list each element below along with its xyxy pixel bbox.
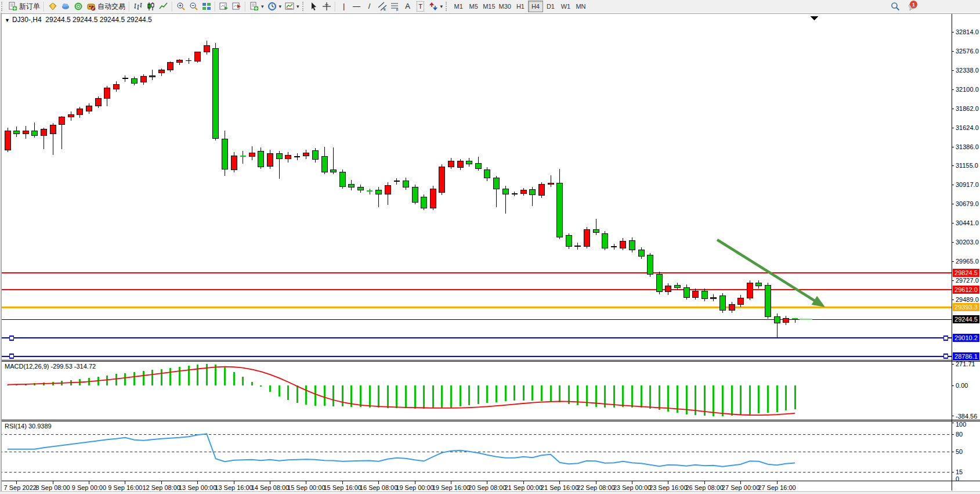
timeframe-button-mn[interactable]: MN: [573, 1, 588, 12]
time-tick-label: 7 Sep 2022: [4, 484, 37, 491]
line-handle[interactable]: [944, 336, 948, 340]
chart-shift-button[interactable]: [230, 1, 243, 12]
time-tick-label: 22 Sep 08:00: [577, 484, 614, 491]
signals-button[interactable]: [72, 1, 85, 12]
new-chart-button[interactable]: ▾: [248, 1, 266, 12]
timeframe-button-m1[interactable]: M1: [451, 1, 466, 12]
market-watch-button[interactable]: [46, 1, 59, 12]
horizontal-line-tool-button[interactable]: —: [350, 1, 363, 12]
label-icon: T: [417, 1, 424, 12]
candle-body: [656, 274, 662, 292]
price-tick-label: 30917.0: [956, 181, 979, 188]
period-button[interactable]: ▾: [266, 1, 284, 12]
rsi-tick-label: 100: [956, 421, 966, 428]
timeframe-button-w1[interactable]: W1: [558, 1, 573, 12]
bar-chart-button[interactable]: [132, 1, 144, 12]
crosshair-tool-button[interactable]: [320, 1, 333, 12]
candle-body: [5, 131, 10, 150]
community-icon: [61, 2, 70, 11]
time-tick-label: 20 Sep 08:00: [468, 484, 506, 491]
timeframe-button-m30[interactable]: M30: [497, 1, 513, 12]
main-toolbar: 新订单 自动交易 ▾ ▾ ▾ | — / A T ▾ M1M5M15M30H1H…: [0, 0, 980, 13]
tile-windows-button[interactable]: [200, 1, 213, 12]
auto-scroll-button[interactable]: [218, 1, 230, 12]
time-tick-label: 23 Sep 00:00: [613, 484, 651, 491]
price-tick-label: 29727.0: [956, 277, 979, 284]
community-button[interactable]: [59, 1, 72, 12]
candle-body: [593, 229, 599, 233]
vline-icon: |: [343, 2, 345, 11]
text-tool-button[interactable]: A: [402, 1, 414, 12]
trendline-tool-button[interactable]: /: [363, 1, 376, 12]
timeframe-button-d1[interactable]: D1: [543, 1, 558, 12]
candle-body: [738, 298, 744, 305]
candle-body: [412, 187, 418, 202]
channel-tool-button[interactable]: [376, 1, 389, 12]
time-tick-label: 19 Sep 16:00: [432, 484, 470, 491]
chart-window[interactable]: 32814.032576.032338.032100.031862.031624…: [0, 13, 980, 494]
cursor-tool-button[interactable]: [308, 1, 320, 12]
vertical-line-tool-button[interactable]: |: [338, 1, 350, 12]
arrows-tool-button[interactable]: ▾: [427, 1, 445, 12]
candle-body: [584, 229, 590, 246]
price-tick-label: 32338.0: [956, 67, 979, 74]
price-tag-label: 29244.5: [954, 316, 978, 323]
candle-body: [729, 305, 735, 311]
candle-body: [95, 99, 101, 106]
zoom-out-button[interactable]: [187, 1, 200, 12]
candle-body: [421, 197, 427, 208]
fibonacci-tool-button[interactable]: [389, 1, 402, 12]
candle-body: [204, 45, 209, 52]
candle-chart-button[interactable]: [144, 1, 157, 12]
time-tick-label: 23 Sep 16:00: [649, 484, 687, 491]
new-order-button[interactable]: 新订单: [6, 1, 42, 12]
toolbar-separator: [335, 2, 336, 12]
price-tick-label: 32100.0: [956, 86, 979, 93]
timeframe-button-h1[interactable]: H1: [513, 1, 528, 12]
chart-canvas[interactable]: 32814.032576.032338.032100.031862.031624…: [0, 13, 980, 494]
time-tick-label: 13 Sep 00:00: [179, 484, 216, 491]
trendline-icon: /: [368, 2, 371, 11]
chevron-down-icon: ▾: [296, 3, 299, 9]
search-button[interactable]: [889, 1, 902, 12]
price-tick-label: 30679.0: [956, 200, 979, 207]
candle-body: [557, 183, 563, 237]
auto-scroll-icon: [219, 2, 229, 11]
signal-icon: [74, 2, 83, 11]
algo-trading-button[interactable]: 自动交易: [85, 1, 127, 12]
fibonacci-icon: [390, 2, 400, 11]
candle-body: [222, 139, 227, 170]
symbol-period-label: DJ30-,H4: [12, 16, 42, 24]
toolbar-gripper[interactable]: [446, 2, 450, 11]
candle-body: [457, 161, 463, 168]
candle-body: [176, 60, 182, 63]
crosshair-icon: [322, 2, 331, 11]
candle-body: [349, 185, 355, 187]
toolbar-gripper[interactable]: [1, 2, 5, 11]
candle-body: [150, 75, 156, 77]
timeframe-button-m5[interactable]: M5: [466, 1, 481, 12]
line-handle[interactable]: [10, 336, 14, 340]
collapse-arrow-icon[interactable]: ▼: [5, 17, 10, 23]
label-tool-button[interactable]: T: [414, 1, 427, 12]
cursor-icon: [309, 2, 319, 11]
candle-body: [602, 233, 608, 248]
chevron-down-icon: ▾: [440, 3, 443, 9]
zoom-in-button[interactable]: [175, 1, 187, 12]
candle-body: [620, 241, 626, 248]
toolbar-separator: [215, 2, 216, 12]
candle-body: [493, 178, 499, 189]
line-handle[interactable]: [944, 354, 948, 358]
candle-body: [774, 316, 780, 323]
rsi-tick-label: 50: [956, 448, 963, 455]
toolbar-separator: [129, 2, 130, 12]
timeframe-button-m15[interactable]: M15: [481, 1, 497, 12]
line-handle[interactable]: [10, 354, 14, 358]
toolbar-gripper[interactable]: [302, 2, 306, 11]
candle-body: [439, 167, 445, 193]
timeframe-button-h4[interactable]: H4: [528, 1, 543, 12]
candle-body: [638, 250, 644, 257]
candle-body: [321, 157, 327, 172]
line-chart-button[interactable]: [157, 1, 170, 12]
template-button[interactable]: ▾: [283, 1, 301, 12]
